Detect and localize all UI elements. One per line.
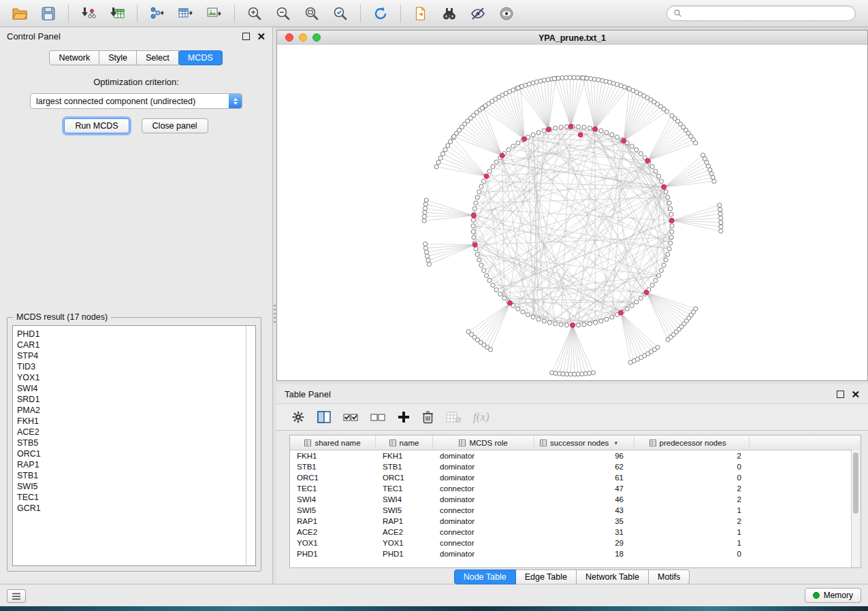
- network-canvas[interactable]: [277, 45, 867, 380]
- show-all-button[interactable]: [494, 3, 519, 24]
- mcds-node-item[interactable]: FKH1: [17, 416, 255, 427]
- table-row[interactable]: YOX1YOX1connector291: [290, 538, 861, 548]
- tab-style[interactable]: Style: [99, 50, 137, 65]
- table-cell: SWI5: [290, 506, 376, 514]
- table-cell: ORC1: [290, 474, 376, 482]
- table-row[interactable]: TEC1TEC1connector472: [290, 483, 861, 494]
- table-panel: Table Panel ✕: [276, 384, 868, 584]
- export-image-button[interactable]: [202, 3, 227, 24]
- mcds-node-item[interactable]: SRD1: [17, 394, 255, 405]
- search-box[interactable]: [666, 5, 856, 21]
- mcds-node-item[interactable]: RAP1: [17, 459, 255, 470]
- table-scrollbar-thumb[interactable]: [853, 452, 858, 514]
- find-button[interactable]: [437, 3, 462, 24]
- close-table-panel-icon[interactable]: ✕: [851, 389, 860, 399]
- mcds-node-item[interactable]: STP4: [17, 350, 255, 361]
- minimize-window-traffic-light[interactable]: [299, 33, 307, 42]
- table-row[interactable]: SWI5SWI5connector431: [290, 505, 861, 516]
- sort-chevron-icon[interactable]: ▾: [614, 440, 617, 446]
- open-file-button[interactable]: [7, 3, 32, 24]
- mcds-node-item[interactable]: PMA2: [17, 405, 255, 416]
- mcds-node-item[interactable]: TID3: [17, 361, 255, 372]
- table-row[interactable]: ORC1ORC1dominator610: [290, 472, 861, 483]
- column-header-predecessor-nodes[interactable]: predecessor nodes: [634, 435, 750, 450]
- export-network-button[interactable]: [145, 3, 170, 24]
- zoom-selected-button[interactable]: [328, 3, 353, 24]
- import-network-button[interactable]: [76, 3, 101, 24]
- delete-column-button[interactable]: [422, 408, 434, 426]
- table-settings-button[interactable]: [291, 408, 305, 426]
- mcds-node-item[interactable]: CAR1: [17, 340, 255, 350]
- tab-mcds[interactable]: MCDS: [178, 50, 223, 65]
- hide-selected-button[interactable]: [466, 3, 490, 24]
- mcds-result-listbox[interactable]: PHD1CAR1STP4TID3YOX1SWI4SRD1PMA2FKH1ACE2…: [12, 325, 256, 566]
- share-document-button[interactable]: [408, 3, 433, 24]
- table-cell: 46: [534, 495, 634, 503]
- tab-motifs[interactable]: Motifs: [648, 569, 690, 584]
- mcds-list-scrollbar[interactable]: [246, 326, 255, 565]
- mcds-node-item[interactable]: YOX1: [17, 372, 255, 383]
- close-panel-button[interactable]: Close panel: [142, 118, 208, 133]
- select-all-button[interactable]: [343, 408, 358, 426]
- hide-table-button[interactable]: [446, 408, 461, 426]
- column-header-successor-nodes[interactable]: successor nodes ▾: [534, 435, 634, 450]
- table-row[interactable]: SWI4SWI4dominator462: [290, 494, 861, 505]
- table-cell: 1: [634, 539, 750, 547]
- close-panel-icon[interactable]: ✕: [257, 31, 266, 42]
- table-row[interactable]: FKH1FKH1dominator962: [290, 450, 861, 461]
- table-row[interactable]: PHD1PHD1dominator180: [290, 548, 861, 559]
- mcds-result-list: PHD1CAR1STP4TID3YOX1SWI4SRD1PMA2FKH1ACE2…: [13, 326, 255, 514]
- zoom-in-button[interactable]: [242, 3, 267, 24]
- tab-node-table[interactable]: Node Table: [454, 569, 516, 584]
- mcds-node-item[interactable]: STB1: [17, 470, 255, 481]
- criterion-select[interactable]: largest connected component (undirected): [30, 93, 242, 109]
- network-window-titlebar[interactable]: YPA_prune.txt_1: [277, 31, 867, 46]
- mcds-node-item[interactable]: TEC1: [17, 492, 255, 503]
- tab-edge-table[interactable]: Edge Table: [515, 569, 577, 584]
- mcds-node-item[interactable]: STB5: [17, 437, 255, 448]
- maximize-window-traffic-light[interactable]: [312, 33, 321, 42]
- import-table-button[interactable]: [105, 3, 129, 24]
- zoom-out-button[interactable]: [271, 3, 295, 24]
- mcds-node-item[interactable]: SWI4: [17, 383, 255, 394]
- float-panel-icon[interactable]: [242, 33, 250, 40]
- mcds-node-item[interactable]: SWI5: [17, 481, 255, 492]
- tab-select[interactable]: Select: [136, 50, 179, 65]
- zoom-fit-button[interactable]: [300, 3, 324, 24]
- table-toolbar: f(x): [276, 403, 868, 431]
- tab-network-table[interactable]: Network Table: [576, 569, 649, 584]
- close-window-traffic-light[interactable]: [285, 33, 293, 42]
- main-toolbar: [0, 0, 868, 27]
- mcds-node-item[interactable]: ACE2: [17, 427, 255, 437]
- table-row[interactable]: RAP1RAP1dominator352: [290, 516, 861, 527]
- export-table-button[interactable]: [174, 3, 198, 24]
- mcds-node-item[interactable]: GCR1: [17, 503, 255, 514]
- show-columns-button[interactable]: [317, 408, 331, 426]
- function-builder-button[interactable]: f(x): [473, 408, 489, 426]
- table-cell: 0: [634, 474, 750, 482]
- table-scrollbar[interactable]: [851, 450, 861, 567]
- table-cell: 43: [534, 506, 634, 514]
- mcds-node-item[interactable]: ORC1: [17, 448, 255, 459]
- deselect-all-button[interactable]: [370, 408, 385, 426]
- mcds-node-item[interactable]: PHD1: [17, 329, 255, 340]
- column-grid-icon: [304, 440, 311, 446]
- zoom-in-icon: [246, 5, 263, 22]
- status-menu-button[interactable]: [7, 589, 26, 603]
- table-cell: 31: [534, 528, 634, 536]
- create-column-button[interactable]: [398, 408, 410, 426]
- table-row[interactable]: STB1STB1dominator620: [290, 461, 861, 472]
- tab-network[interactable]: Network: [49, 50, 99, 65]
- search-input[interactable]: [686, 8, 849, 19]
- refresh-button[interactable]: [368, 3, 393, 24]
- table-row[interactable]: ACE2ACE2connector311: [290, 527, 861, 538]
- column-header-name[interactable]: name: [376, 435, 433, 450]
- plus-icon: [398, 411, 410, 423]
- float-table-panel-icon[interactable]: [837, 391, 844, 398]
- column-header-mcds-role[interactable]: MCDS role: [433, 435, 534, 450]
- network-window-title: YPA_prune.txt_1: [539, 33, 606, 43]
- run-mcds-button[interactable]: Run MCDS: [64, 118, 129, 133]
- memory-button[interactable]: Memory: [805, 588, 861, 603]
- save-session-button[interactable]: [36, 3, 61, 24]
- column-header-shared-name[interactable]: shared name: [290, 435, 376, 450]
